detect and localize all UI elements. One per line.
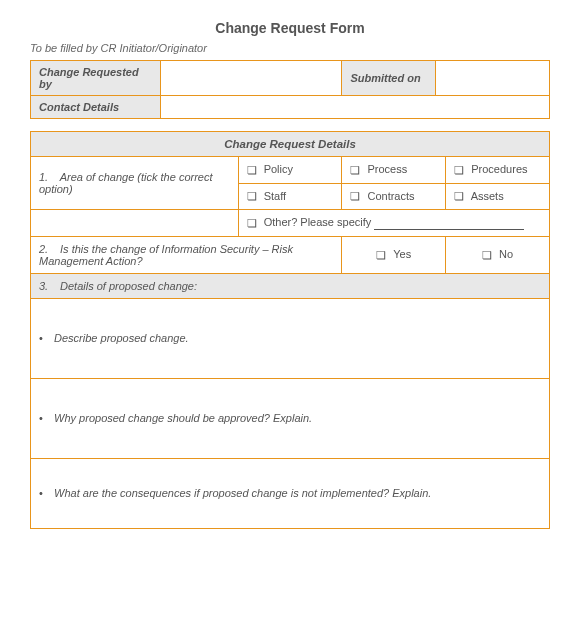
submitted-on-field[interactable]: [435, 61, 549, 96]
checkbox-icon[interactable]: ❏: [350, 164, 360, 177]
checkbox-icon[interactable]: ❏: [350, 190, 360, 203]
bullet-icon: •: [39, 487, 51, 499]
requested-by-label: Change Requested by: [31, 61, 161, 96]
opt-assets: Assets: [471, 190, 504, 202]
opt-yes: Yes: [393, 248, 411, 260]
q2-area[interactable]: • Why proposed change should be approved…: [31, 378, 550, 458]
checkbox-icon[interactable]: ❏: [482, 249, 492, 262]
row1-label: Area of change (tick the correct option): [39, 171, 213, 195]
row3-label: Details of proposed change:: [60, 280, 197, 292]
q1-area[interactable]: • Describe proposed change.: [31, 298, 550, 378]
contact-field[interactable]: [160, 96, 549, 119]
form-title: Change Request Form: [30, 20, 550, 36]
opt-policy: Policy: [264, 163, 293, 175]
bullet-icon: •: [39, 332, 51, 344]
row1-num: 1.: [39, 171, 57, 183]
other-specify-field[interactable]: [374, 229, 524, 230]
form-subtitle: To be filled by CR Initiator/Originator: [30, 42, 550, 54]
q3-area[interactable]: • What are the consequences if proposed …: [31, 458, 550, 528]
q2-text: Why proposed change should be approved? …: [54, 412, 312, 424]
checkbox-icon[interactable]: ❏: [247, 217, 257, 230]
details-table: Change Request Details 1. Area of change…: [30, 131, 550, 529]
checkbox-icon[interactable]: ❏: [376, 249, 386, 262]
q1-text: Describe proposed change.: [54, 332, 189, 344]
header-table: Change Requested by Submitted on Contact…: [30, 60, 550, 119]
row2-label: Is this the change of Information Securi…: [39, 243, 293, 267]
bullet-icon: •: [39, 412, 51, 424]
opt-procedures: Procedures: [471, 163, 527, 175]
checkbox-icon[interactable]: ❏: [454, 164, 464, 177]
section-header: Change Request Details: [31, 132, 550, 157]
checkbox-icon[interactable]: ❏: [454, 190, 464, 203]
row3-num: 3.: [39, 280, 57, 292]
opt-process: Process: [367, 163, 407, 175]
opt-contracts: Contracts: [367, 190, 414, 202]
opt-no: No: [499, 248, 513, 260]
q3-text: What are the consequences if proposed ch…: [54, 487, 431, 499]
opt-staff: Staff: [264, 190, 286, 202]
submitted-on-label: Submitted on: [342, 61, 435, 96]
row2-num: 2.: [39, 243, 57, 255]
opt-other: Other? Please specify: [264, 216, 372, 228]
requested-by-field[interactable]: [160, 61, 342, 96]
contact-label: Contact Details: [31, 96, 161, 119]
checkbox-icon[interactable]: ❏: [247, 190, 257, 203]
checkbox-icon[interactable]: ❏: [247, 164, 257, 177]
